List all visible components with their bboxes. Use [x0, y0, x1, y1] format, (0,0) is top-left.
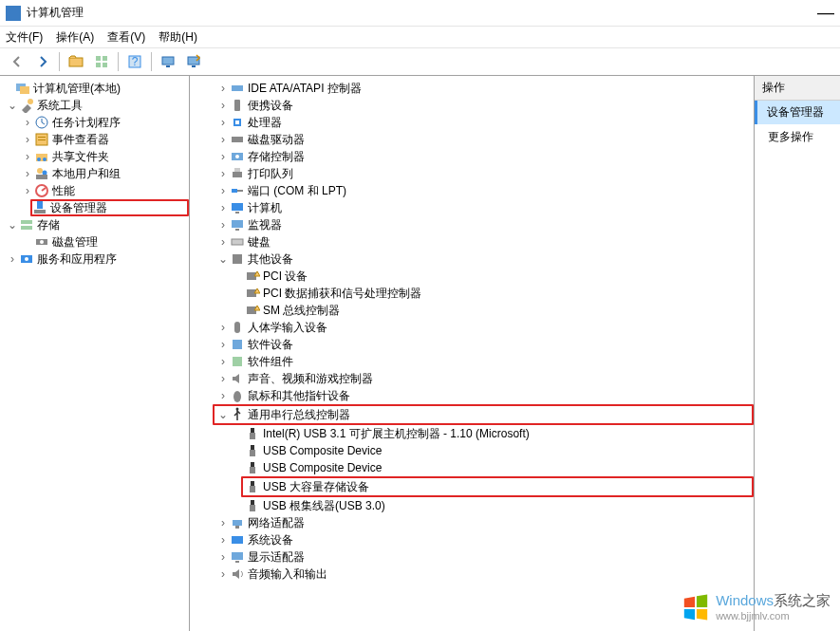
actions-more[interactable]: 更多操作	[755, 124, 840, 150]
expand-icon[interactable]: ›	[216, 516, 230, 529]
collapse-icon[interactable]: ⌄	[216, 252, 230, 266]
menu-action[interactable]: 操作(A)	[56, 29, 94, 46]
expand-icon[interactable]: ›	[216, 355, 230, 368]
expand-icon[interactable]: ›	[216, 201, 230, 214]
dev-keyboard[interactable]: ›键盘	[190, 233, 754, 251]
dev-softcomp[interactable]: ›软件组件	[190, 353, 754, 370]
collapse-icon[interactable]: ⌄	[6, 218, 19, 232]
expand-icon[interactable]: ›	[216, 184, 230, 197]
dev-usb-item-2[interactable]: USB Composite Device	[190, 442, 754, 459]
dev-pci[interactable]: PCI 设备	[190, 268, 754, 285]
svg-text:?: ?	[132, 55, 139, 68]
expand-icon[interactable]: ›	[216, 116, 230, 129]
tree-services[interactable]: › 服务和应用程序	[0, 251, 189, 268]
svg-point-56	[236, 408, 239, 411]
dev-other[interactable]: ⌄其他设备	[190, 251, 754, 268]
dev-usb-item-1[interactable]: Intel(R) USB 3.1 可扩展主机控制器 - 1.10 (Micros…	[190, 425, 754, 442]
dev-printq[interactable]: ›打印队列	[190, 165, 754, 182]
expand-icon[interactable]: ›	[216, 321, 230, 334]
shared-folder-icon	[34, 149, 49, 164]
dev-cpu[interactable]: ›处理器	[190, 114, 754, 131]
expand-icon[interactable]: ›	[216, 389, 230, 402]
dev-portable[interactable]: ›便携设备	[190, 97, 754, 114]
expand-icon[interactable]: ›	[216, 150, 230, 163]
dev-storctrl[interactable]: ›存储控制器	[190, 148, 754, 165]
dev-audio[interactable]: ›音频输入和输出	[190, 566, 754, 583]
tree-device-manager[interactable]: 设备管理器	[30, 199, 189, 216]
tree-performance[interactable]: › 性能	[0, 182, 189, 199]
collapse-icon[interactable]: ⌄	[216, 408, 230, 421]
tree-disk-management[interactable]: 磁盘管理	[0, 233, 189, 251]
minimize-button[interactable]: —	[817, 3, 834, 23]
expand-icon[interactable]: ›	[216, 235, 230, 249]
dev-computer[interactable]: ›计算机	[190, 199, 754, 216]
dev-display[interactable]: ›显示适配器	[190, 548, 754, 566]
expand-icon[interactable]: ›	[21, 133, 34, 146]
expand-icon[interactable]: ›	[216, 82, 230, 95]
expand-icon[interactable]: ›	[216, 372, 230, 385]
dev-usb-item-5[interactable]: USB 根集线器(USB 3.0)	[190, 497, 754, 514]
expand-icon[interactable]: ›	[21, 150, 34, 163]
svg-rect-40	[233, 172, 242, 177]
dev-ide[interactable]: ›IDE ATA/ATAPI 控制器	[190, 80, 754, 97]
expand-icon[interactable]: ›	[21, 184, 34, 197]
dev-mouse[interactable]: ›鼠标和其他指针设备	[190, 387, 754, 404]
view-button[interactable]	[90, 50, 113, 73]
dev-sound[interactable]: ›声音、视频和游戏控制器	[190, 370, 754, 387]
collapse-icon[interactable]: ⌄	[6, 99, 19, 112]
nav-back-button[interactable]	[6, 50, 28, 73]
dev-sysdev[interactable]: ›系统设备	[190, 531, 754, 548]
dev-usb-mass-storage[interactable]: USB 大容量存储设备	[241, 476, 754, 497]
expand-icon[interactable]: ›	[21, 167, 34, 180]
dev-computer-label: 计算机	[248, 200, 282, 216]
dev-net[interactable]: ›网络适配器	[190, 514, 754, 531]
menu-view[interactable]: 查看(V)	[107, 29, 145, 46]
tree-storage-label: 存储	[37, 217, 60, 233]
dev-hid[interactable]: ›人体学输入设备	[190, 319, 754, 336]
menu-help[interactable]: 帮助(H)	[159, 29, 197, 46]
dev-usb-controllers[interactable]: ⌄通用串行总线控制器	[213, 404, 754, 425]
folder-icon	[68, 54, 84, 69]
expand-icon[interactable]: ›	[21, 116, 34, 129]
dev-diskdrive[interactable]: ›磁盘驱动器	[190, 131, 754, 148]
expand-icon[interactable]: ›	[216, 567, 230, 581]
expand-icon[interactable]: ›	[216, 218, 230, 232]
scan-button[interactable]	[65, 50, 87, 73]
properties-button[interactable]	[157, 50, 179, 73]
tree-local-users[interactable]: › 本地用户和组	[0, 165, 189, 182]
tree-task-scheduler[interactable]: › 任务计划程序	[0, 114, 189, 131]
tree-storage[interactable]: ⌄ 存储	[0, 216, 189, 233]
dev-usb-item-3[interactable]: USB Composite Device	[190, 459, 754, 476]
tree-shared-folders[interactable]: › 共享文件夹	[0, 148, 189, 165]
dev-softdev[interactable]: ›软件设备	[190, 336, 754, 353]
dev-smbus[interactable]: SM 总线控制器	[190, 302, 754, 319]
update-button[interactable]	[182, 50, 205, 73]
tree-system-tools[interactable]: ⌄ 系统工具	[0, 97, 189, 114]
dev-ports[interactable]: ›端口 (COM 和 LPT)	[190, 182, 754, 199]
expand-icon[interactable]: ›	[216, 133, 230, 146]
grid-icon	[94, 54, 109, 69]
expand-icon[interactable]: ›	[216, 533, 230, 547]
watermark-url: www.bjjmlv.com	[716, 610, 831, 622]
svg-rect-42	[232, 189, 237, 193]
dev-ide-label: IDE ATA/ATAPI 控制器	[248, 81, 362, 97]
dev-display-label: 显示适配器	[248, 549, 305, 566]
svg-rect-60	[250, 450, 255, 456]
tree-event-viewer[interactable]: › 事件查看器	[0, 131, 189, 148]
expand-icon[interactable]: ›	[216, 338, 230, 351]
display-adapter-icon	[230, 549, 245, 565]
actions-context[interactable]: 设备管理器	[755, 101, 840, 124]
menu-file[interactable]: 文件(F)	[6, 29, 43, 46]
expand-icon[interactable]: ›	[216, 99, 230, 112]
dev-pcidat[interactable]: PCI 数据捕获和信号处理控制器	[190, 285, 754, 302]
svg-rect-71	[235, 561, 239, 563]
title-bar: 计算机管理 —	[0, 0, 840, 27]
svg-rect-10	[192, 65, 196, 67]
expand-icon[interactable]: ›	[216, 167, 230, 180]
tree-root[interactable]: 计算机管理(本地)	[0, 80, 189, 97]
expand-icon[interactable]: ›	[6, 252, 19, 266]
dev-monitor[interactable]: ›监视器	[190, 216, 754, 233]
help-button[interactable]: ?	[123, 50, 146, 73]
expand-icon[interactable]: ›	[216, 550, 230, 564]
nav-forward-button[interactable]	[31, 50, 54, 73]
